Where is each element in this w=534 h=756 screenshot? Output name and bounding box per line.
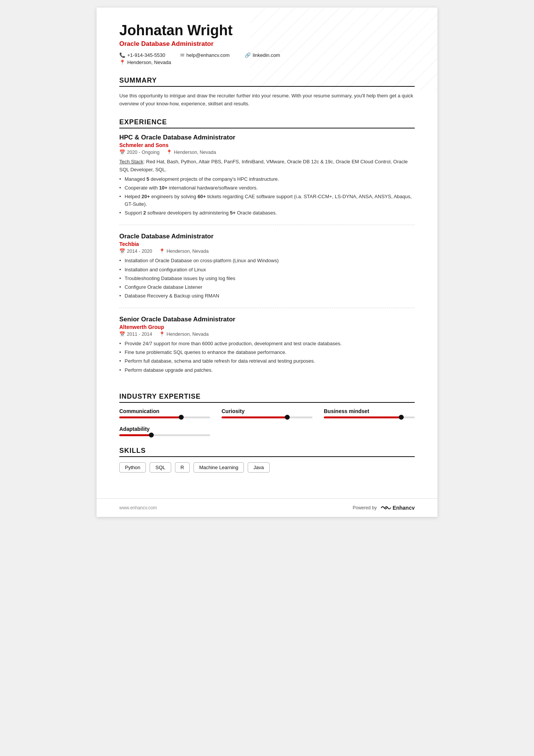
company-1: Schmeler and Sons: [119, 142, 415, 148]
industry-expertise-section: INDUSTRY EXPERTISE Communication Curiosi…: [119, 393, 415, 436]
bullet-1-1: Managed 5 development projects of the co…: [119, 175, 415, 183]
expertise-label-business-mindset: Business mindset: [324, 408, 415, 414]
enhancv-logo-icon: [380, 504, 391, 512]
bullets-3: Provide 24/7 support for more than 6000 …: [119, 340, 415, 374]
email-item: ✉ help@enhancv.com: [180, 52, 230, 58]
summary-text: Use this opportunity to intrigue and dra…: [119, 92, 415, 108]
enhancv-logo: Enhancv: [380, 504, 415, 512]
location-row: 📍 Henderson, Nevada: [119, 59, 415, 65]
bullet-1-4: Support 2 software developers by adminis…: [119, 209, 415, 217]
skill-tag-python: Python: [119, 462, 146, 473]
tech-stack-1: Tech Stack: Red Hat, Bash, Python, Altai…: [119, 158, 415, 173]
expertise-grid-row1: Communication Curiosity Busine: [119, 408, 415, 418]
skills-title: SKILLS: [119, 447, 415, 457]
job-title-3: Senior Oracle Database Administrator: [119, 316, 415, 323]
expertise-communication: Communication: [119, 408, 210, 418]
skill-bar-fill-curiosity: [222, 416, 287, 418]
candidate-title: Oracle Database Administrator: [119, 40, 415, 48]
bullets-1: Managed 5 development projects of the co…: [119, 175, 415, 217]
calendar-icon-3: 📅: [119, 331, 125, 337]
pin-icon-1: 📍: [166, 149, 172, 155]
skill-tag-sql: SQL: [150, 462, 171, 473]
experience-item-1: HPC & Oracle Database Administrator Schm…: [119, 134, 415, 225]
contact-row: 📞 +1-914-345-5530 ✉ help@enhancv.com 🔗 l…: [119, 52, 415, 58]
linkedin-url: linkedin.com: [253, 52, 280, 58]
exp-meta-1: 📅 2020 - Ongoing 📍 Henderson, Nevada: [119, 149, 415, 155]
experience-item-2: Oracle Database Administrator Techbia 📅 …: [119, 233, 415, 308]
experience-title: EXPERIENCE: [119, 118, 415, 128]
phone-icon: 📞: [119, 52, 125, 58]
skill-bar-dot-communication: [179, 415, 184, 420]
phone-number: +1-914-345-5530: [127, 52, 165, 58]
bullet-2-1: Installation of Oracle Database on cross…: [119, 257, 415, 265]
expertise-business-mindset: Business mindset: [324, 408, 415, 418]
footer: www.enhancv.com Powered by Enhancv: [97, 498, 437, 517]
calendar-icon-2: 📅: [119, 248, 125, 254]
skill-bar-track-communication: [119, 416, 210, 418]
skill-bar-fill-business-mindset: [324, 416, 401, 418]
skill-bar-fill-adaptability: [119, 434, 151, 436]
footer-brand: Powered by Enhancv: [353, 504, 415, 512]
experience-item-3: Senior Oracle Database Administrator Alt…: [119, 316, 415, 382]
candidate-name: Johnatan Wright: [119, 23, 415, 39]
location-2: 📍 Henderson, Nevada: [159, 248, 209, 254]
bullet-2-5: Database Recovery & Backup using RMAN: [119, 292, 415, 300]
bullet-2-3: Troubleshooting Database issues by using…: [119, 275, 415, 282]
pin-icon-3: 📍: [159, 331, 165, 337]
powered-by-text: Powered by: [353, 505, 376, 510]
industry-expertise-title: INDUSTRY EXPERTISE: [119, 393, 415, 403]
bullet-3-3: Perform full database, schema and table …: [119, 357, 415, 365]
expertise-curiosity: Curiosity: [222, 408, 312, 418]
bullet-2-2: Installation and configuration of Linux: [119, 266, 415, 274]
location-3: 📍 Henderson, Nevada: [159, 331, 209, 337]
bullet-1-3: Helped 20+ engineers by solving 60+ tick…: [119, 193, 415, 208]
skill-bar-dot-business-mindset: [399, 415, 404, 420]
skill-bar-track-business-mindset: [324, 416, 415, 418]
header: Johnatan Wright Oracle Database Administ…: [97, 8, 437, 73]
skill-tag-machine-learning: Machine Learning: [194, 462, 244, 473]
calendar-icon-1: 📅: [119, 149, 125, 155]
expertise-label-curiosity: Curiosity: [222, 408, 312, 414]
date-3: 📅 2011 - 2014: [119, 331, 152, 337]
footer-website: www.enhancv.com: [119, 505, 157, 510]
bullet-2-4: Configure Oracle database Listener: [119, 283, 415, 291]
bullet-1-2: Cooperate with 10+ international hardwar…: [119, 184, 415, 192]
expertise-empty-1: [222, 426, 312, 436]
expertise-label-communication: Communication: [119, 408, 210, 414]
bullets-2: Installation of Oracle Database on cross…: [119, 257, 415, 300]
exp-meta-3: 📅 2011 - 2014 📍 Henderson, Nevada: [119, 331, 415, 337]
skills-section: SKILLS Python SQL R Machine Learning Jav…: [119, 447, 415, 473]
linkedin-icon: 🔗: [245, 52, 251, 58]
location-1: 📍 Henderson, Nevada: [166, 149, 216, 155]
experience-section: EXPERIENCE HPC & Oracle Database Adminis…: [119, 118, 415, 382]
email-address: help@enhancv.com: [186, 52, 230, 58]
exp-meta-2: 📅 2014 - 2020 📍 Henderson, Nevada: [119, 248, 415, 254]
bullet-3-1: Provide 24/7 support for more than 6000 …: [119, 340, 415, 347]
expertise-grid-row2: Adaptability: [119, 426, 415, 436]
skill-bar-fill-communication: [119, 416, 181, 418]
skill-bar-dot-curiosity: [285, 415, 290, 420]
content-area: SUMMARY Use this opportunity to intrigue…: [97, 73, 437, 498]
skill-tag-java: Java: [248, 462, 269, 473]
expertise-adaptability: Adaptability: [119, 426, 210, 436]
skill-bar-track-adaptability: [119, 434, 210, 436]
date-1: 📅 2020 - Ongoing: [119, 149, 159, 155]
job-title-1: HPC & Oracle Database Administrator: [119, 134, 415, 141]
company-3: Altenwerth Group: [119, 324, 415, 330]
location-text: Henderson, Nevada: [127, 59, 171, 65]
job-title-2: Oracle Database Administrator: [119, 233, 415, 240]
enhancv-brand-name: Enhancv: [393, 505, 415, 511]
skill-bar-track-curiosity: [222, 416, 312, 418]
skill-tag-r: R: [175, 462, 190, 473]
expertise-empty-2: [324, 426, 415, 436]
company-2: Techbia: [119, 241, 415, 247]
resume-page: Johnatan Wright Oracle Database Administ…: [97, 8, 437, 517]
tech-stack-label: Tech Stack: [119, 159, 144, 164]
email-icon: ✉: [180, 52, 184, 58]
location-icon: 📍: [119, 59, 125, 65]
phone-item: 📞 +1-914-345-5530: [119, 52, 165, 58]
expertise-label-adaptability: Adaptability: [119, 426, 210, 432]
bullet-3-2: Fine tune problematic SQL queries to enh…: [119, 349, 415, 356]
date-2: 📅 2014 - 2020: [119, 248, 152, 254]
linkedin-item: 🔗 linkedin.com: [245, 52, 280, 58]
